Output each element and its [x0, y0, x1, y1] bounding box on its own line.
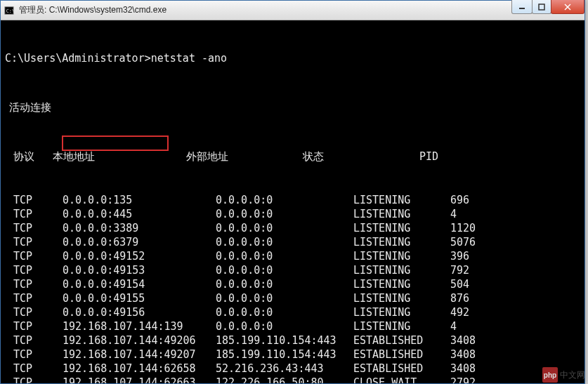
cell-local: 192.168.107.144:62663: [53, 376, 206, 383]
cell-state: LISTENING: [353, 319, 450, 333]
cell-local: 0.0.0.0:3389: [53, 221, 206, 235]
cell-pid: 1120: [450, 221, 507, 235]
cell-state: LISTENING: [353, 207, 450, 221]
cell-local: 192.168.107.144:62658: [53, 362, 206, 376]
cell-local: 192.168.107.144:139: [53, 319, 206, 333]
cell-local: 192.168.107.144:49206: [53, 333, 206, 347]
table-row: TCP192.168.107.144:49206185.199.110.154:…: [5, 333, 580, 347]
cell-foreign: 0.0.0.0:0: [206, 291, 353, 305]
cell-proto: TCP: [13, 263, 53, 277]
cell-local: 0.0.0.0:49152: [53, 249, 206, 263]
table-row: TCP192.168.107.144:49207185.199.110.154:…: [5, 347, 580, 362]
cell-proto: TCP: [13, 305, 53, 319]
cell-foreign: 185.199.110.154:443: [206, 333, 353, 347]
table-row: TCP0.0.0.0:33890.0.0.0:0LISTENING1120: [5, 221, 580, 235]
svg-text:C:\: C:\: [6, 8, 14, 13]
cell-state: LISTENING: [353, 221, 450, 235]
cell-foreign: 0.0.0.0:0: [206, 277, 353, 291]
close-button[interactable]: [551, 0, 584, 14]
cell-local: 0.0.0.0:49153: [53, 263, 206, 277]
cell-proto: TCP: [13, 235, 53, 249]
cell-pid: 4: [450, 207, 507, 221]
cell-pid: 2792: [450, 376, 507, 383]
table-row: TCP0.0.0.0:4450.0.0.0:0LISTENING4: [5, 207, 580, 221]
cell-pid: 3408: [450, 333, 507, 347]
svg-rect-3: [539, 4, 544, 10]
table-header: 协议 本地地址 外部地址 状态 PID: [5, 150, 580, 164]
table-row: TCP0.0.0.0:491550.0.0.0:0LISTENING876: [5, 291, 580, 305]
cell-proto: TCP: [13, 319, 53, 333]
cell-state: ESTABLISHED: [353, 362, 450, 376]
cell-pid: 396: [450, 249, 507, 263]
cell-local: 0.0.0.0:49154: [53, 277, 206, 291]
cell-foreign: 0.0.0.0:0: [206, 249, 353, 263]
cell-foreign: 0.0.0.0:0: [206, 207, 353, 221]
table-row: TCP0.0.0.0:491520.0.0.0:0LISTENING396: [5, 249, 580, 263]
cell-local: 0.0.0.0:6379: [53, 235, 206, 249]
maximize-button[interactable]: [532, 0, 551, 14]
cell-pid: 792: [450, 263, 507, 277]
cell-pid: 492: [450, 305, 507, 319]
cell-foreign: 0.0.0.0:0: [206, 193, 353, 207]
cell-local: 0.0.0.0:445: [53, 207, 206, 221]
cell-proto: TCP: [13, 347, 53, 362]
cell-local: 192.168.107.144:49207: [53, 347, 206, 362]
cell-proto: TCP: [13, 207, 53, 221]
col-proto: 协议: [13, 150, 53, 164]
cell-proto: TCP: [13, 291, 53, 305]
table-row: TCP0.0.0.0:491560.0.0.0:0LISTENING492: [5, 305, 580, 319]
cell-foreign: 0.0.0.0:0: [206, 305, 353, 319]
table-row: TCP0.0.0.0:63790.0.0.0:0LISTENING5076: [5, 235, 580, 249]
cell-foreign: 52.216.236.43:443: [206, 362, 353, 376]
cell-state: LISTENING: [353, 249, 450, 263]
cell-proto: TCP: [13, 362, 53, 376]
cell-local: 0.0.0.0:49156: [53, 305, 206, 319]
cell-foreign: 0.0.0.0:0: [206, 235, 353, 249]
table-body: TCP0.0.0.0:1350.0.0.0:0LISTENING696TCP0.…: [5, 193, 580, 383]
cmd-icon: C:\: [4, 5, 15, 16]
col-local: 本地地址: [53, 150, 186, 164]
col-pid: PID: [419, 150, 476, 164]
table-row: TCP192.168.107.144:62663122.226.166.50:8…: [5, 376, 580, 383]
table-row: TCP192.168.107.144:6265852.216.236.43:44…: [5, 362, 580, 376]
cell-proto: TCP: [13, 193, 53, 207]
col-state: 状态: [303, 150, 419, 164]
table-row: TCP0.0.0.0:1350.0.0.0:0LISTENING696: [5, 193, 580, 207]
cell-pid: 3408: [450, 347, 507, 362]
table-row: TCP0.0.0.0:491540.0.0.0:0LISTENING504: [5, 277, 580, 291]
cell-proto: TCP: [13, 277, 53, 291]
cell-state: CLOSE_WAIT: [353, 376, 450, 383]
cell-local: 0.0.0.0:135: [53, 193, 206, 207]
cell-state: LISTENING: [353, 291, 450, 305]
cell-proto: TCP: [13, 221, 53, 235]
cell-state: ESTABLISHED: [353, 333, 450, 347]
cell-state: LISTENING: [353, 305, 450, 319]
cell-pid: 504: [450, 277, 507, 291]
cell-state: ESTABLISHED: [353, 347, 450, 362]
window-title: 管理员: C:\Windows\system32\cmd.exe: [19, 4, 582, 16]
col-foreign: 外部地址: [186, 150, 303, 164]
cell-local: 0.0.0.0:49155: [53, 291, 206, 305]
table-row: TCP192.168.107.144:1390.0.0.0:0LISTENING…: [5, 319, 580, 333]
cell-proto: TCP: [13, 249, 53, 263]
cell-foreign: 0.0.0.0:0: [206, 319, 353, 333]
cell-foreign: 0.0.0.0:0: [206, 263, 353, 277]
cell-state: LISTENING: [353, 277, 450, 291]
command-prompt: C:\Users\Administrator>netstat -ano: [5, 51, 580, 65]
cell-proto: TCP: [13, 376, 53, 383]
cell-pid: 4: [450, 319, 507, 333]
cmd-window: C:\ 管理员: C:\Windows\system32\cmd.exe C:\…: [0, 0, 585, 384]
section-title: 活动连接: [5, 100, 580, 114]
cell-state: LISTENING: [353, 235, 450, 249]
cell-pid: 876: [450, 291, 507, 305]
titlebar[interactable]: C:\ 管理员: C:\Windows\system32\cmd.exe: [1, 1, 584, 20]
minimize-button[interactable]: [511, 0, 533, 14]
terminal-output[interactable]: C:\Users\Administrator>netstat -ano 活动连接…: [1, 20, 584, 383]
cell-state: LISTENING: [353, 193, 450, 207]
window-controls: [512, 0, 584, 14]
cell-pid: 3408: [450, 362, 507, 376]
table-row: TCP0.0.0.0:491530.0.0.0:0LISTENING792: [5, 263, 580, 277]
cell-state: LISTENING: [353, 263, 450, 277]
cell-pid: 5076: [450, 235, 507, 249]
cell-foreign: 0.0.0.0:0: [206, 221, 353, 235]
